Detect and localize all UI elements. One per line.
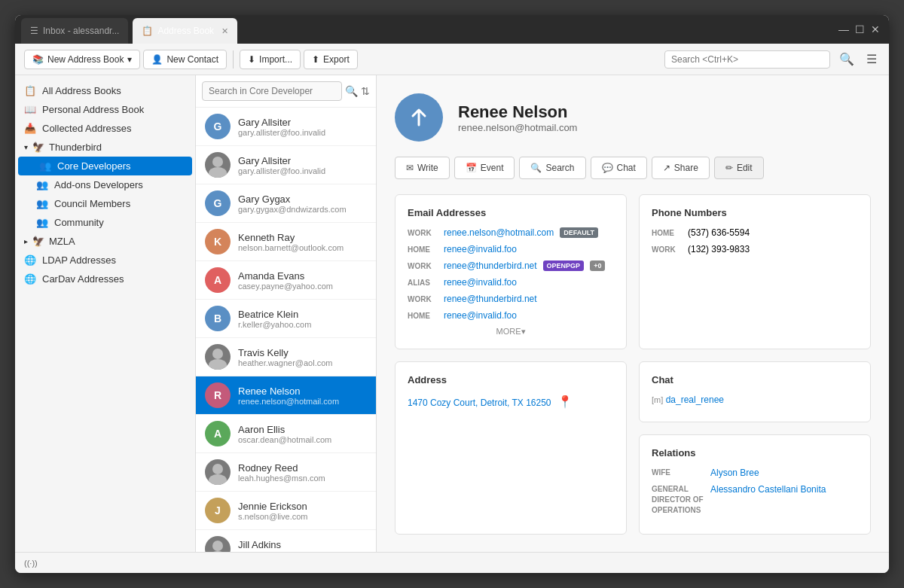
inbox-icon: ☰: [30, 26, 38, 36]
export-button[interactable]: ⬆ Export: [304, 50, 358, 69]
sidebar-item-mzla[interactable]: ▸ 🦅 MZLA: [15, 232, 195, 251]
phone-section-title: Phone Numbers: [652, 207, 858, 218]
contact-header-info: Renee Nelson renee.nelson@hotmail.com: [458, 102, 577, 133]
search-contact-button[interactable]: 🔍 Search: [519, 157, 585, 179]
close-button[interactable]: ✕: [871, 23, 880, 35]
info-cards: Email Addresses WORK renee.nelson@hotmai…: [395, 194, 871, 535]
sidebar-item-all-address-books[interactable]: 📋 All Address Books: [15, 81, 195, 100]
sidebar-item-personal[interactable]: 📖 Personal Address Book: [15, 100, 195, 119]
chevron-down-icon: ▾: [521, 327, 526, 337]
action-bar: ✉ Write 📅 Event 🔍 Search 💬 Chat ↗ S: [395, 157, 871, 179]
relations-card: Relations WIFE Alyson Bree GENERAL DIREC…: [639, 434, 871, 535]
avatar: [205, 152, 231, 178]
chevron-right-icon: ▸: [24, 237, 28, 245]
contact-item[interactable]: Jill Adkins r.swanson@yahoo.com: [196, 530, 376, 552]
ldap-icon: 🌐: [24, 254, 36, 266]
email-link[interactable]: renee@thunderbird.net: [444, 294, 537, 304]
new-contact-button[interactable]: 👤 New Contact: [143, 50, 227, 69]
email-row: ALIAS renee@invalid.foo: [408, 277, 614, 288]
group-icon: 👥: [36, 179, 48, 190]
contact-item-renee-nelson[interactable]: R Renee Nelson renee.nelson@hotmail.com: [196, 376, 376, 415]
group-icon: 👥: [36, 217, 48, 228]
avatar: G: [205, 190, 231, 216]
svg-point-6: [212, 541, 223, 551]
event-button[interactable]: 📅 Event: [454, 157, 515, 179]
address-card: Address 1470 Cozy Court, Detroit, TX 162…: [395, 361, 627, 535]
import-button[interactable]: ⬇ Import...: [240, 50, 301, 69]
address-link[interactable]: 1470 Cozy Court, Detroit, TX 16250: [408, 398, 551, 408]
relations-section-title: Relations: [652, 447, 858, 459]
email-link[interactable]: renee@invalid.foo: [444, 244, 517, 254]
email-link[interactable]: renee.nelson@hotmail.com: [444, 227, 554, 238]
edit-button[interactable]: ✏ Edit: [714, 157, 764, 179]
contact-item[interactable]: G Gary Allsiter gary.allister@foo.invali…: [196, 108, 376, 146]
new-address-book-button[interactable]: 📚 New Address Book ▾: [24, 50, 140, 69]
contact-info: Renee Nelson renee.nelson@hotmail.com: [238, 385, 367, 406]
svg-point-1: [209, 167, 227, 178]
chat-handle-link[interactable]: da_real_renee: [666, 395, 724, 405]
contact-info: Gary Gygax gary.gygax@dndwizards.com: [238, 193, 367, 214]
sidebar-item-council-members[interactable]: 👥 Council Members: [15, 194, 195, 213]
contact-search-button[interactable]: 🔍: [345, 85, 358, 97]
email-section-title: Email Addresses: [408, 207, 614, 218]
export-icon: ⬆: [312, 54, 319, 65]
group-icon: 👥: [39, 160, 51, 172]
write-icon: ✉: [406, 163, 414, 173]
sidebar-item-collected[interactable]: 📥 Collected Addresses: [15, 119, 195, 138]
relation-link[interactable]: Alyson Bree: [710, 468, 759, 478]
contact-info: Kenneth Ray nelson.barnett@outlook.com: [238, 232, 367, 252]
svg-point-3: [209, 359, 227, 370]
close-tab-icon[interactable]: ✕: [221, 26, 228, 36]
window-controls: — ☐ ✕: [829, 15, 889, 44]
email-link[interactable]: renee@invalid.foo: [444, 310, 517, 321]
contact-search-input[interactable]: [202, 81, 342, 101]
sidebar-item-add-ons-developers[interactable]: 👥 Add-ons Developers: [15, 175, 195, 194]
contact-item[interactable]: B Beatrice Klein r.keller@yahoo.com: [196, 300, 376, 338]
dropdown-icon: ▾: [127, 54, 132, 65]
write-button[interactable]: ✉ Write: [395, 157, 450, 179]
contact-item[interactable]: J Jennie Erickson s.nelson@live.com: [196, 492, 376, 530]
sidebar-item-community[interactable]: 👥 Community: [15, 213, 195, 232]
search-button[interactable]: 🔍: [836, 49, 857, 69]
menu-button[interactable]: ☰: [863, 49, 880, 69]
contact-item[interactable]: A Amanda Evans casey.payne@yahoo.com: [196, 261, 376, 300]
maximize-button[interactable]: ☐: [855, 23, 865, 35]
avatar: [205, 459, 231, 485]
phone-number: (537) 636-5594: [688, 227, 750, 238]
contact-sort-button[interactable]: ⇅: [361, 85, 370, 97]
tab-address-book[interactable]: 📋 Address Book ✕: [133, 18, 237, 44]
plus-badge: +0: [590, 260, 605, 271]
share-button[interactable]: ↗ Share: [652, 157, 710, 179]
share-icon: ↗: [663, 163, 670, 173]
divider: [233, 50, 234, 69]
svg-point-0: [212, 157, 223, 167]
sidebar-item-ldap[interactable]: 🌐 LDAP Addresses: [15, 251, 195, 270]
sidebar-item-core-developers[interactable]: 👥 Core Developers: [18, 157, 192, 175]
contact-item[interactable]: Rodney Reed leah.hughes@msn.com: [196, 453, 376, 492]
contact-item[interactable]: Gary Allsiter gary.allister@foo.invalid: [196, 146, 376, 184]
chat-button[interactable]: 💬 Chat: [591, 157, 647, 179]
contact-item[interactable]: G Gary Gygax gary.gygax@dndwizards.com: [196, 184, 376, 223]
contact-item[interactable]: K Kenneth Ray nelson.barnett@outlook.com: [196, 223, 376, 261]
collected-icon: 📥: [24, 123, 36, 134]
search-input[interactable]: [664, 50, 830, 69]
contact-item[interactable]: A Aaron Ellis oscar.dean@hotmail.com: [196, 415, 376, 453]
chat-platform: [m]: [652, 395, 663, 404]
sidebar-item-cardav[interactable]: 🌐 CarDav Addresses: [15, 270, 195, 288]
contact-items-list: G Gary Allsiter gary.allister@foo.invali…: [196, 108, 376, 552]
more-emails-button[interactable]: MORE ▾: [408, 327, 614, 337]
sidebar-item-thunderbird[interactable]: ▾ 🦅 Thunderbird: [15, 138, 195, 157]
avatar: B: [205, 306, 231, 331]
email-row: WORK renee@thunderbird.net: [408, 294, 614, 304]
mzla-icon: 🦅: [32, 236, 44, 247]
main-content: 📋 All Address Books 📖 Personal Address B…: [15, 75, 889, 552]
tab-inbox[interactable]: ☰ Inbox - alessandr...: [21, 18, 128, 44]
personal-book-icon: 📖: [24, 104, 36, 115]
relation-link[interactable]: Alessandro Castellani Bonita: [710, 484, 826, 495]
contact-item[interactable]: Travis Kelly heather.wagner@aol.com: [196, 338, 376, 376]
address-books-icon: 📋: [24, 85, 36, 96]
minimize-button[interactable]: —: [838, 23, 849, 35]
address-section-title: Address: [408, 374, 614, 385]
email-link[interactable]: renee@invalid.foo: [444, 277, 517, 288]
email-link[interactable]: renee@thunderbird.net: [444, 260, 537, 271]
